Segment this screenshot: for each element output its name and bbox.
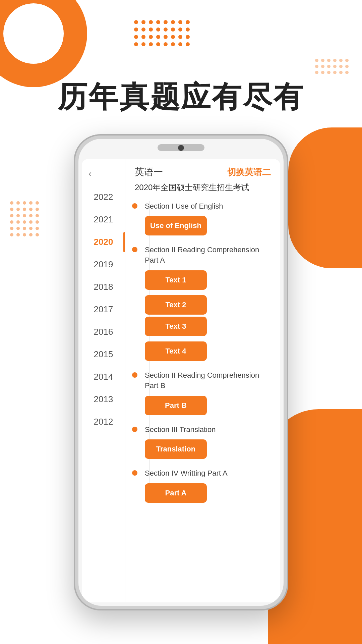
screen-header: 英语一 切换英语二 [135,166,271,178]
section-4-buttons: Part A [145,483,271,503]
section-reading-part-b: Section II Reading Comprehension Part B … [135,370,271,415]
switch-language-button[interactable]: 切换英语二 [227,166,271,178]
phone-outer-shell: ‹ 2022 2021 2020 2019 2018 2017 2016 201… [74,134,288,610]
timeline-content: 英语一 切换英语二 2020年全国硕士研究生招生考试 Section I Use… [125,159,280,602]
section-2a-buttons-row2: Text 3 Text 4 [145,317,271,361]
exam-title: 2020年全国硕士研究生招生考试 [135,182,271,193]
year-item-2020[interactable]: 2020 [82,231,125,253]
section-1-label: Section I Use of English [145,201,271,212]
section-4-label: Section IV Writting Part A [145,468,271,479]
section-2a-label: Section II Reading Comprehension Part A [145,245,271,266]
section-2a-buttons-row1: Text 1 Text 2 [145,270,271,315]
phone-inner-shell: ‹ 2022 2021 2020 2019 2018 2017 2016 201… [78,139,284,606]
bg-circle-decoration [0,0,87,87]
text-2-button[interactable]: Text 2 [145,295,207,315]
section-2b-buttons: Part B [145,396,271,415]
bg-arc-right [288,127,362,268]
year-item-2017[interactable]: 2017 [82,298,125,321]
section-3-buttons: Translation [145,439,271,459]
text-1-button[interactable]: Text 1 [145,270,207,290]
phone-screen: ‹ 2022 2021 2020 2019 2018 2017 2016 201… [82,159,280,602]
section-translation: Section III Translation Translation [135,425,271,459]
year-item-2018[interactable]: 2018 [82,276,125,298]
year-item-2015[interactable]: 2015 [82,343,125,366]
phone-camera [178,145,184,151]
section-use-of-english: Section I Use of English Use of English [135,201,271,236]
year-item-2014[interactable]: 2014 [82,366,125,388]
section-3-label: Section III Translation [145,425,271,435]
section-reading-part-a: Section II Reading Comprehension Part A … [135,245,271,361]
text-3-button[interactable]: Text 3 [145,317,207,336]
section-1-buttons: Use of English [145,216,271,235]
part-b-button[interactable]: Part B [145,396,207,415]
section-2b-label: Section II Reading Comprehension Part B [145,370,271,391]
back-button[interactable]: ‹ [88,168,92,179]
translation-button[interactable]: Translation [145,439,207,459]
year-item-2019[interactable]: 2019 [82,253,125,276]
bg-dots-top-center [134,20,190,46]
language-title: 英语一 [135,166,163,178]
year-sidebar: ‹ 2022 2021 2020 2019 2018 2017 2016 201… [82,159,125,602]
section-writing-part-a: Section IV Writting Part A Part A [135,468,271,503]
year-item-2016[interactable]: 2016 [82,321,125,343]
phone-mockup: ‹ 2022 2021 2020 2019 2018 2017 2016 201… [74,134,288,610]
year-item-2012[interactable]: 2012 [82,411,125,433]
screen-content: ‹ 2022 2021 2020 2019 2018 2017 2016 201… [82,159,280,602]
text-4-button[interactable]: Text 4 [145,341,207,361]
year-item-2013[interactable]: 2013 [82,388,125,411]
bg-dots-top-right [315,59,349,74]
part-a-button[interactable]: Part A [145,483,207,503]
hero-title: 历年真题应有尽有 [0,77,362,117]
bg-dots-left [10,201,39,236]
use-of-english-button[interactable]: Use of English [145,216,207,235]
year-item-2022[interactable]: 2022 [82,186,125,208]
year-item-2021[interactable]: 2021 [82,208,125,231]
